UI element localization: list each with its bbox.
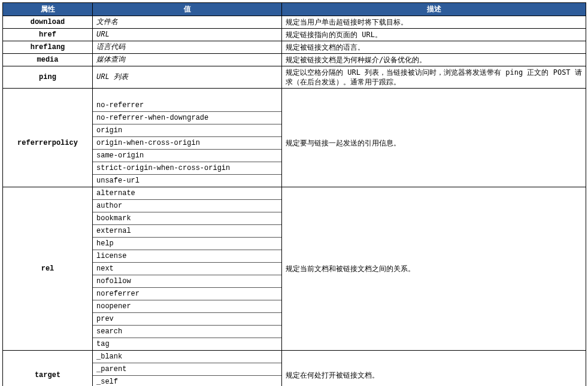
value-cell: 媒体查询 (93, 54, 282, 66)
attributes-table: 属性 值 描述 download 文件名 规定当用户单击超链接时将下载目标。 h… (2, 2, 586, 386)
value-option: noreferrer (93, 287, 281, 300)
header-attr: 属性 (3, 3, 93, 16)
value-cell (93, 89, 282, 99)
desc-rel: 规定当前文档和被链接文档之间的关系。 (282, 187, 586, 350)
value-option: author (93, 199, 281, 212)
desc-target: 规定在何处打开被链接文档。 (282, 350, 586, 386)
value-option: origin-when-cross-origin (93, 136, 281, 149)
value-list: _blank _parent _self _top (93, 350, 282, 386)
table-row: rel alternate author bookmark external h… (3, 187, 586, 350)
attr-download: download (3, 16, 93, 29)
value-inner-table: no-referrer no-referrer-when-downgrade o… (93, 99, 281, 187)
table-row: href URL 规定链接指向的页面的 URL。 (3, 29, 586, 41)
desc-cell: 规定被链接文档是为何种媒介/设备优化的。 (282, 54, 586, 66)
value-list: no-referrer no-referrer-when-downgrade o… (93, 99, 282, 187)
value-option: _parent (93, 363, 281, 375)
value-option: tag (93, 338, 281, 350)
table-row: referrerpolicy no-referrer no-referrer-w… (3, 99, 586, 187)
value-cell: 语言代码 (93, 41, 282, 54)
value-option: same-origin (93, 149, 281, 162)
value-inner-table: alternate author bookmark external help … (93, 187, 281, 350)
value-cell: URL (93, 29, 282, 41)
attr-referrerpolicy (3, 89, 93, 99)
attr-href: href (3, 29, 93, 41)
table-row (3, 89, 586, 99)
table-row: ping URL 列表 规定以空格分隔的 URL 列表，当链接被访问时，浏览器将… (3, 66, 586, 89)
attr-ping: ping (3, 66, 93, 89)
desc-cell: 规定以空格分隔的 URL 列表，当链接被访问时，浏览器将发送带有 ping 正文… (282, 66, 586, 89)
value-option: strict-origin-when-cross-origin (93, 162, 281, 174)
desc-cell: 规定链接指向的页面的 URL。 (282, 29, 586, 41)
desc-cell (282, 89, 586, 99)
value-option: prev (93, 312, 281, 325)
value-option: external (93, 224, 281, 237)
value-cell: 文件名 (93, 16, 282, 29)
attr-target: target (3, 350, 93, 386)
value-option: noopener (93, 300, 281, 312)
value-cell: URL 列表 (93, 66, 282, 89)
value-option: unsafe-url (93, 174, 281, 187)
header-row: 属性 值 描述 (3, 3, 586, 16)
value-option: next (93, 262, 281, 275)
value-option: _self (93, 375, 281, 386)
value-option: help (93, 237, 281, 250)
attr-hreflang: hreflang (3, 41, 93, 54)
attr-rel: rel (3, 187, 93, 350)
attr-media: media (3, 54, 93, 66)
table-row: download 文件名 规定当用户单击超链接时将下载目标。 (3, 16, 586, 29)
desc-referrerpolicy: 规定要与链接一起发送的引用信息。 (282, 99, 586, 187)
value-inner-table: _blank _parent _self _top (93, 351, 281, 387)
table-row: target _blank _parent _self _top 规定在何处打开… (3, 350, 586, 386)
value-option: license (93, 250, 281, 262)
header-value: 值 (93, 3, 282, 16)
value-option: alternate (93, 187, 281, 200)
value-option: origin (93, 124, 281, 136)
value-option: nofollow (93, 275, 281, 287)
table-row: media 媒体查询 规定被链接文档是为何种媒介/设备优化的。 (3, 54, 586, 66)
desc-cell: 规定被链接文档的语言。 (282, 41, 586, 54)
value-option: search (93, 325, 281, 338)
header-desc: 描述 (282, 3, 586, 16)
desc-cell: 规定当用户单击超链接时将下载目标。 (282, 16, 586, 29)
value-list: alternate author bookmark external help … (93, 187, 282, 350)
value-option: no-referrer (93, 99, 281, 112)
table-row: hreflang 语言代码 规定被链接文档的语言。 (3, 41, 586, 54)
value-option: no-referrer-when-downgrade (93, 111, 281, 124)
value-option: bookmark (93, 212, 281, 224)
attr-referrerpolicy-label: referrerpolicy (3, 99, 93, 187)
value-option: _blank (93, 351, 281, 363)
